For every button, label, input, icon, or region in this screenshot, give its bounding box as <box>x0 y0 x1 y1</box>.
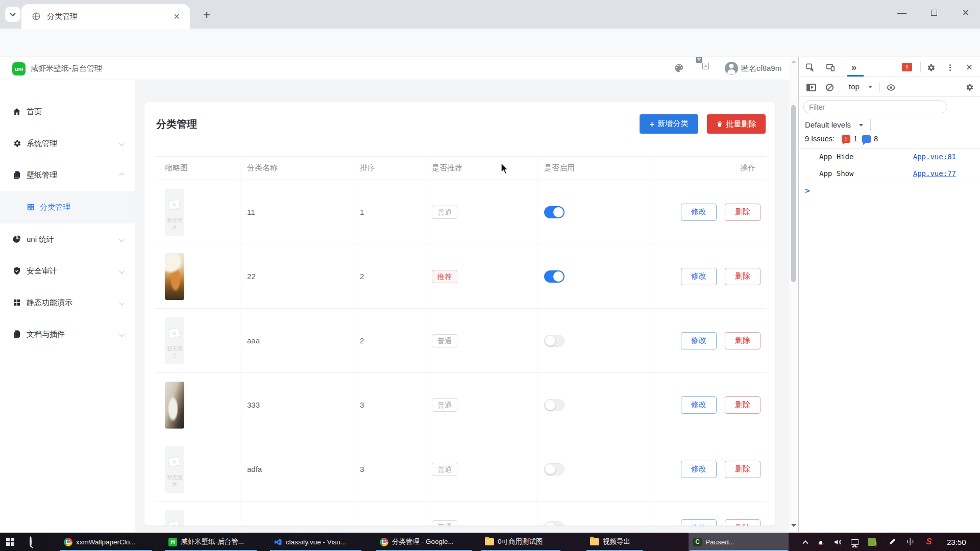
enabled-toggle[interactable] <box>544 399 565 411</box>
log-source-link[interactable]: App.vue:81 <box>913 153 956 161</box>
taskbar-task-folder-test-images[interactable]: 0可商用测试图 <box>480 533 561 551</box>
tab-close-icon[interactable]: × <box>170 11 183 22</box>
window-close-button[interactable]: × <box>951 0 980 26</box>
delete-button[interactable]: 删除 <box>725 268 761 285</box>
error-badge-icon[interactable]: ! <box>902 63 912 71</box>
sidebar-item-static-demo[interactable]: 静态功能演示 <box>0 287 135 318</box>
console-prompt[interactable]: > <box>805 186 810 195</box>
mouse-cursor <box>500 162 511 176</box>
enabled-toggle[interactable] <box>544 270 565 283</box>
taskbar-task-chrome-wallpaper[interactable]: xxmWallpaperClo... <box>59 533 153 551</box>
batch-delete-button[interactable]: 批量删除 <box>707 114 766 134</box>
console-log-entry: App Show App.vue:77 <box>799 165 980 182</box>
issue-info-icon <box>862 135 871 143</box>
tab-search-button[interactable] <box>5 7 20 22</box>
recommend-tag: 普通 <box>432 463 457 476</box>
console-filter-input[interactable] <box>803 101 947 113</box>
sidebar-item-classify[interactable]: 分类管理 <box>0 191 135 223</box>
console-sidebar-icon[interactable] <box>805 81 817 93</box>
username-text[interactable]: 匿名cf8a9m <box>741 64 781 73</box>
home-icon <box>12 107 21 116</box>
log-source-link[interactable]: App.vue:77 <box>913 169 956 178</box>
sidebar-item-wallpaper[interactable]: 壁纸管理 <box>0 159 135 191</box>
taskbar-task-vscode[interactable]: classify.vue - Visu... <box>269 533 362 551</box>
column-header-thumbnail: 缩略图 <box>156 157 240 180</box>
taskbar-task-paused-recorder[interactable]: C Paused... <box>689 533 789 551</box>
scrollbar-thumb[interactable] <box>791 105 796 282</box>
enabled-toggle[interactable] <box>544 335 565 347</box>
console-log-list: App Hide App.vue:81 App Show App.vue:77 <box>799 148 980 182</box>
taskbar-search-icon[interactable] <box>30 537 32 546</box>
gpu-utility-icon[interactable] <box>867 537 877 546</box>
taskbar-task-folder-video-export[interactable]: 视频导出 <box>585 533 644 551</box>
qq-icon[interactable] <box>816 537 826 546</box>
edit-button[interactable]: 修改 <box>681 396 717 414</box>
live-expression-eye-icon[interactable] <box>885 81 897 93</box>
sogou-input-icon[interactable]: S <box>924 537 934 546</box>
page-scrollbar[interactable] <box>789 57 798 532</box>
devtools-menu-icon[interactable] <box>944 61 956 73</box>
more-panels-icon[interactable]: » <box>848 61 860 73</box>
add-category-button[interactable]: +新增分类 <box>640 114 698 134</box>
cell-name: 11 <box>240 180 353 244</box>
inspect-element-icon[interactable] <box>804 61 816 73</box>
chevron-down-icon <box>119 141 125 146</box>
taskbar-task-chrome-classify[interactable]: 分类管理 - Google... <box>375 533 473 551</box>
taskbar-task-hbuilderx[interactable]: H 咸虾米壁纸-后台管... <box>164 533 258 551</box>
devtools-close-icon[interactable]: × <box>963 61 975 73</box>
window-maximize-button[interactable] <box>920 0 948 26</box>
devtools-settings-icon[interactable] <box>924 61 937 73</box>
theme-palette-icon[interactable] <box>674 63 684 76</box>
window-minimize-button[interactable]: — <box>888 0 916 26</box>
sidebar-nav: 首页 系统管理 壁纸管理 分类管理 uni 统计 <box>0 80 135 532</box>
delete-button[interactable]: 删除 <box>725 204 761 221</box>
tray-expand-icon[interactable] <box>800 537 811 546</box>
edit-button[interactable]: 修改 <box>681 332 717 349</box>
issues-row[interactable]: 9 Issues: ! 1 8 <box>799 135 980 148</box>
sidebar-item-docs-plugins[interactable]: 文档与插件 <box>0 318 135 350</box>
console-settings-icon[interactable] <box>963 81 975 93</box>
default-levels-dropdown[interactable]: Default levels <box>805 120 851 129</box>
enabled-toggle[interactable] <box>544 521 565 525</box>
delete-button[interactable]: 删除 <box>725 396 761 414</box>
page-title: 分类管理 <box>156 117 197 131</box>
devtools-panel: » ! × top D <box>798 57 980 532</box>
pen-input-icon[interactable] <box>887 537 897 546</box>
context-selector[interactable]: top <box>849 82 860 91</box>
delete-button[interactable]: 删除 <box>725 519 761 525</box>
ime-language-icon[interactable]: 中 <box>905 537 916 546</box>
no-image-icon <box>167 327 180 338</box>
network-icon[interactable] <box>850 537 860 546</box>
scroll-up-arrow[interactable] <box>791 60 796 63</box>
browser-tab[interactable]: 分类管理 × <box>21 4 190 29</box>
user-avatar[interactable] <box>725 62 738 75</box>
taskbar-clock[interactable]: 23:50 <box>947 538 977 546</box>
chevron-down-icon <box>859 124 863 127</box>
sidebar-item-security[interactable]: 安全审计 <box>0 255 135 287</box>
tab-title: 分类管理 <box>47 12 170 21</box>
edit-button[interactable]: 修改 <box>681 268 717 285</box>
edit-button[interactable]: 修改 <box>681 519 717 525</box>
cell-sort: 3 <box>353 437 425 501</box>
delete-button[interactable]: 删除 <box>725 461 761 478</box>
scroll-down-arrow[interactable] <box>791 524 796 527</box>
browser-tab-strip: 分类管理 × + — × <box>0 0 980 29</box>
edit-button[interactable]: 修改 <box>681 204 717 221</box>
volume-icon[interactable] <box>832 537 843 546</box>
enabled-toggle[interactable] <box>544 463 565 475</box>
delete-button[interactable]: 删除 <box>725 332 761 349</box>
cell-name: aaa <box>240 309 353 372</box>
start-button[interactable] <box>6 538 14 546</box>
column-header-enabled: 是否启用 <box>537 157 653 180</box>
device-toolbar-icon[interactable] <box>824 61 837 73</box>
new-tab-button[interactable]: + <box>199 7 214 22</box>
enabled-toggle[interactable] <box>544 206 565 218</box>
log-message: App Hide <box>819 153 853 161</box>
sidebar-item-uni-stats[interactable]: uni 统计 <box>0 223 135 255</box>
table-row: 暂无图片 aaa 2 普通 修改 删除 <box>156 309 766 373</box>
edit-button[interactable]: 修改 <box>681 461 717 478</box>
clear-console-icon[interactable] <box>823 81 836 93</box>
sidebar-item-home[interactable]: 首页 <box>0 96 135 128</box>
sidebar-item-system[interactable]: 系统管理 <box>0 128 135 159</box>
column-header-recommend: 是否推荐 <box>425 157 537 180</box>
